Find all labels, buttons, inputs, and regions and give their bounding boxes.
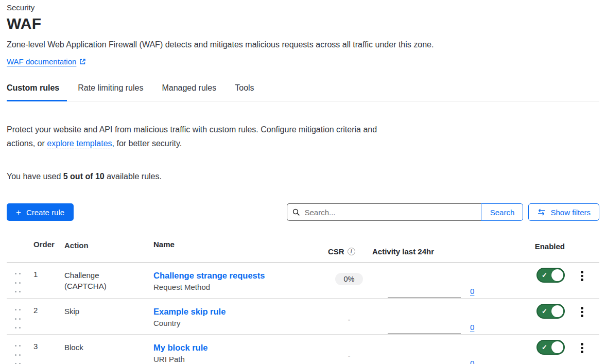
col-header-action: Action bbox=[58, 237, 121, 262]
rule-field: Request Method bbox=[153, 283, 326, 291]
activity-cell: 0 bbox=[372, 263, 481, 298]
drag-handle[interactable] bbox=[15, 345, 21, 364]
plus-icon: + bbox=[16, 208, 21, 217]
show-filters-label: Show filters bbox=[550, 208, 591, 217]
rule-action: Skip bbox=[58, 299, 121, 334]
table-header-row: Order Action Name CSR i Activity last 24… bbox=[7, 237, 599, 263]
tab-managed-rules[interactable]: Managed rules bbox=[162, 79, 216, 101]
create-rule-button[interactable]: + Create rule bbox=[7, 203, 74, 221]
row-menu-button[interactable] bbox=[578, 341, 586, 356]
csr-cell: - bbox=[326, 335, 372, 364]
kebab-icon bbox=[581, 343, 583, 345]
toggle-knob bbox=[551, 341, 563, 353]
swap-arrows-icon bbox=[537, 209, 546, 216]
toggle-knob bbox=[551, 305, 563, 317]
activity-count-link[interactable]: 0 bbox=[470, 287, 474, 296]
rule-order: 2 bbox=[28, 299, 58, 334]
enabled-toggle[interactable]: ✓ bbox=[536, 340, 565, 355]
col-header-csr: CSR i bbox=[326, 237, 372, 262]
rule-name-link[interactable]: Example skip rule bbox=[153, 306, 326, 317]
usage-prefix: You have used bbox=[7, 172, 63, 181]
csr-value: - bbox=[348, 315, 351, 324]
tab-custom-rules[interactable]: Custom rules bbox=[7, 79, 67, 101]
col-header-menu bbox=[565, 237, 599, 262]
rule-name-cell: My block rule URI Path bbox=[153, 335, 326, 364]
csr-cell: - bbox=[326, 299, 372, 334]
table-row: 1 Challenge (CAPTCHA) Challenge strange … bbox=[7, 263, 599, 299]
page-description: Zone-level Web Application Firewall (WAF… bbox=[7, 40, 599, 49]
breadcrumb: Security bbox=[7, 3, 599, 12]
rule-field: URI Path bbox=[153, 355, 326, 363]
kebab-icon bbox=[581, 271, 583, 273]
menu-cell bbox=[565, 299, 599, 334]
toolbar-right: Search Show filters bbox=[287, 203, 599, 221]
tab-tools[interactable]: Tools bbox=[235, 79, 254, 101]
intro-after: , for better security. bbox=[112, 139, 182, 148]
check-icon: ✓ bbox=[542, 272, 547, 279]
enabled-cell: ✓ bbox=[481, 299, 565, 334]
rules-table: Order Action Name CSR i Activity last 24… bbox=[7, 237, 599, 364]
csr-cell: 0% bbox=[326, 263, 372, 298]
check-icon: ✓ bbox=[542, 344, 547, 351]
drag-handle[interactable] bbox=[15, 273, 21, 298]
menu-cell bbox=[565, 335, 599, 364]
rule-name-link[interactable]: My block rule bbox=[153, 342, 326, 353]
table-row: 2 Skip Example skip rule Country - 0 ✓ bbox=[7, 299, 599, 335]
rule-order: 3 bbox=[28, 335, 58, 364]
waf-page: Security WAF Zone-level Web Application … bbox=[0, 0, 606, 364]
col-header-enabled: Enabled bbox=[481, 237, 565, 262]
table-row: 3 Block My block rule URI Path - 0 ✓ bbox=[7, 335, 599, 364]
waf-documentation-link[interactable]: WAF documentation bbox=[7, 57, 86, 66]
search-icon bbox=[292, 209, 300, 216]
row-menu-button[interactable] bbox=[578, 305, 586, 320]
col-header-activity: Activity last 24hr bbox=[372, 237, 481, 262]
search-group: Search bbox=[287, 203, 523, 221]
info-icon[interactable]: i bbox=[348, 248, 355, 255]
activity-cell: 0 bbox=[372, 299, 481, 334]
rule-field: Country bbox=[153, 319, 326, 327]
row-menu-button[interactable] bbox=[578, 269, 586, 284]
enabled-toggle[interactable]: ✓ bbox=[536, 304, 565, 319]
menu-cell bbox=[565, 263, 599, 298]
rule-action: Block bbox=[58, 335, 121, 364]
rule-name-cell: Example skip rule Country bbox=[153, 299, 326, 334]
enabled-toggle[interactable]: ✓ bbox=[536, 268, 565, 283]
rule-action: Challenge (CAPTCHA) bbox=[58, 263, 121, 298]
explore-templates-link[interactable]: explore templates bbox=[47, 139, 112, 148]
csr-value: - bbox=[348, 351, 351, 360]
page-title: WAF bbox=[7, 15, 599, 32]
tab-bar: Custom rules Rate limiting rules Managed… bbox=[7, 79, 599, 101]
col-header-order: Order bbox=[28, 237, 58, 262]
external-link-icon bbox=[79, 58, 86, 65]
toggle-knob bbox=[551, 269, 563, 281]
enabled-cell: ✓ bbox=[481, 335, 565, 364]
search-input[interactable] bbox=[304, 208, 476, 217]
drag-handle[interactable] bbox=[15, 309, 21, 334]
activity-sparkline bbox=[388, 276, 461, 298]
col-header-drag bbox=[7, 237, 28, 262]
usage-count: 5 out of 10 bbox=[63, 172, 105, 181]
activity-sparkline bbox=[388, 349, 461, 364]
toolbar: + Create rule Search Show filt bbox=[7, 203, 599, 221]
csr-header-label: CSR bbox=[328, 247, 344, 256]
usage-text: You have used 5 out of 10 available rule… bbox=[7, 172, 599, 181]
activity-count-link[interactable]: 0 bbox=[470, 359, 474, 364]
usage-suffix: available rules. bbox=[105, 172, 162, 181]
csr-badge: 0% bbox=[335, 273, 363, 285]
show-filters-button[interactable]: Show filters bbox=[528, 203, 599, 221]
waf-documentation-label: WAF documentation bbox=[7, 57, 76, 66]
rule-order: 1 bbox=[28, 263, 58, 298]
activity-count-link[interactable]: 0 bbox=[470, 323, 474, 332]
search-button[interactable]: Search bbox=[481, 203, 523, 221]
activity-cell: 0 bbox=[372, 335, 481, 364]
activity-sparkline bbox=[388, 313, 461, 334]
kebab-icon bbox=[581, 307, 583, 309]
create-rule-label: Create rule bbox=[26, 208, 64, 217]
enabled-cell: ✓ bbox=[481, 263, 565, 298]
col-header-name: Name bbox=[153, 237, 326, 262]
search-box bbox=[287, 203, 481, 221]
rule-name-cell: Challenge strange requests Request Metho… bbox=[153, 263, 326, 298]
tab-rate-limiting-rules[interactable]: Rate limiting rules bbox=[78, 79, 143, 101]
rule-name-link[interactable]: Challenge strange requests bbox=[153, 270, 326, 281]
intro-text: Protect your website and API from malici… bbox=[7, 123, 388, 150]
